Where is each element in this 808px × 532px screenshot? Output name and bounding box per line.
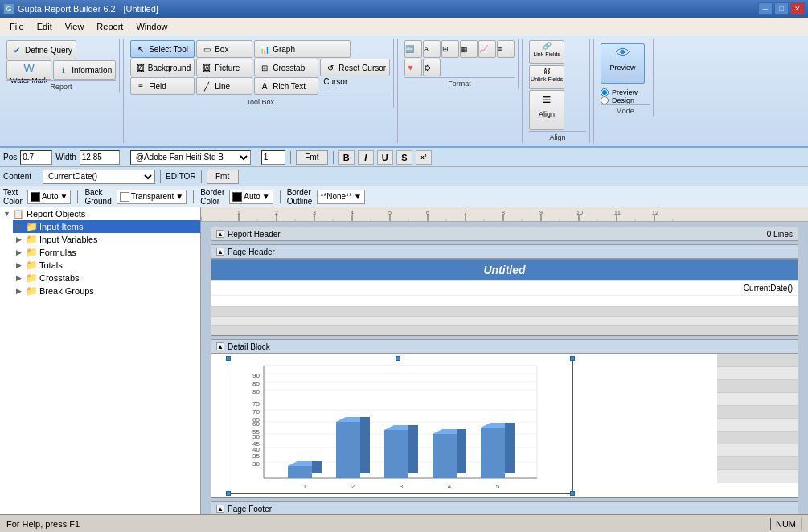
information-button[interactable]: ℹ Information [53,60,116,80]
format-icon-6[interactable]: ≡ [497,40,515,58]
line-button[interactable]: ╱ Line [196,77,252,95]
font-name-select[interactable]: @Adobe Fan Heiti Std B [130,150,251,165]
font-size-input[interactable] [261,150,285,165]
border-outline-selector[interactable]: **None** ▼ [317,190,364,204]
ribbon-group-mode: 👁 Preview Preview Design Mode [597,39,654,117]
format-icon-3[interactable]: ⊞ [441,40,459,58]
svg-rect-72 [433,434,457,478]
design-radio[interactable] [601,96,609,104]
report-header-collapse[interactable]: ▲ [216,230,224,238]
box-button[interactable]: ▭ Box [196,40,252,58]
svg-rect-63 [288,466,312,478]
maximize-button[interactable]: □ [774,2,789,15]
totals-arrow: ▶ [16,261,26,269]
border-color-selector[interactable]: Auto ▼ [229,190,273,204]
canvas-scroll[interactable]: ▲ Report Header 0 Lines ▲ Page Header [201,222,808,514]
handle-br[interactable] [570,491,575,496]
border-outline-label: BorderOutline [287,188,313,206]
define-query-button[interactable]: ✔ Define Query [6,40,76,59]
handle-tm[interactable] [396,356,400,361]
sidebar-item-totals[interactable]: ▶ 📁 Totals [13,259,200,272]
format-group-label: Format [404,77,515,88]
handle-tl[interactable] [226,356,231,361]
handle-bl[interactable] [226,491,231,496]
rich-text-button[interactable]: A Rich Text [254,77,318,95]
sidebar-item-formulas[interactable]: ▶ 📁 Formulas [13,246,200,259]
superscript-button[interactable]: x² [416,150,432,165]
reset-cursor-button[interactable]: ↺ Reset Cursor [320,59,390,76]
title-bar-text: Gupta Report Builder 6.2 - [Untitled] [18,4,158,14]
page-header-collapse[interactable]: ▲ [216,248,224,256]
sidebar-item-input-items[interactable]: ▶ 📁 Input Items [13,220,200,233]
align-button[interactable]: ≡ Align [529,90,564,130]
picture-button[interactable]: 🖼 Picture [196,59,252,76]
menu-report[interactable]: Report [90,20,129,33]
text-color-selector[interactable]: Auto ▼ [27,190,71,204]
crosstabs-icon: 📁 [26,272,37,284]
svg-text:10: 10 [576,210,583,215]
align-row: 🔗 Link Fields ⛓ Unlink Fields [529,40,586,89]
sidebar-item-input-variables[interactable]: ▶ 📁 Input Variables [13,233,200,246]
svg-text:35: 35 [252,452,260,460]
chart-selection-box[interactable]: 90 85 80 75 70 65 [228,358,573,494]
title-bar-controls: ─ □ ✕ [758,2,805,15]
minimize-button[interactable]: ─ [758,2,773,15]
format-icon-1[interactable]: 🔤 [404,40,422,58]
underline-button[interactable]: U [377,150,393,165]
menu-file[interactable]: File [3,20,31,33]
strikethrough-button[interactable]: S [396,150,412,165]
report-header-lines: 0 Lines [767,230,793,239]
watermark-button[interactable]: W Water Mark [6,60,51,80]
mode-group-label: Mode [601,104,650,115]
sidebar-item-break-groups[interactable]: ▶ 📁 Break Groups [13,284,200,297]
toolbox-group-label: Tool Box [130,96,390,106]
main-container: G Gupta Report Builder 6.2 - [Untitled] … [0,0,808,532]
content-select[interactable]: CurrentDate() [43,170,155,184]
help-text: For Help, press F1 [6,519,80,529]
background-color-selector[interactable]: Transparent ▼ [117,190,187,204]
title-bar-left: G Gupta Report Builder 6.2 - [Untitled] [3,3,158,14]
design-radio-label: Design [612,96,634,104]
link-fields-button[interactable]: 🔗 Link Fields [529,40,564,64]
italic-button[interactable]: I [358,150,374,165]
close-button[interactable]: ✕ [790,2,805,15]
link-fields-icon: 🔗 [543,42,552,50]
sidebar-root[interactable]: ▼ 📋 Report Objects [0,207,200,220]
fmt-button[interactable]: Fmt [296,150,328,165]
format-icon-4[interactable]: ▦ [460,40,478,58]
graph-button[interactable]: 📊 Graph [254,40,351,58]
select-tool-button[interactable]: ↖ Select Tool [130,40,195,58]
detail-block-collapse[interactable]: ▲ [216,342,224,350]
crosstab-button[interactable]: ⊞ Crosstab [254,59,318,76]
border-outline-value: **None** [320,192,351,201]
pos-input[interactable] [20,150,52,165]
field-button[interactable]: ≡ Field [130,77,195,95]
format-icon-7[interactable]: 🔻 [404,59,422,76]
svg-text:85: 85 [252,380,260,387]
background-button[interactable]: 🖼 Background [130,59,195,76]
sidebar-item-crosstabs[interactable]: ▶ 📁 Crosstabs [13,272,200,284]
select-tool-icon: ↖ [134,43,147,55]
unlink-fields-button[interactable]: ⛓ Unlink Fields [529,65,564,89]
menu-edit[interactable]: Edit [31,20,59,33]
break-groups-label: Break Groups [39,286,94,296]
format-row-1: 🔤 A ⊞ ▦ 📈 ≡ [404,40,515,58]
page-footer-collapse[interactable]: ▲ [216,505,224,513]
fmt-btn-2[interactable]: Fmt [207,170,239,184]
svg-text:2: 2 [351,483,355,490]
menu-window[interactable]: Window [129,20,174,33]
preview-button[interactable]: 👁 Preview [601,43,645,84]
format-icon-5[interactable]: 📈 [478,40,496,58]
handle-tr[interactable] [570,356,575,361]
format-icon-8[interactable]: ⚙ [423,59,441,76]
width-input[interactable] [80,150,120,165]
preview-radio[interactable] [601,88,609,96]
format-icon-2[interactable]: A [423,40,441,58]
toolbar-sep-5 [160,170,161,183]
ribbon-divider-2 [397,39,398,143]
bold-button[interactable]: B [338,150,355,165]
menu-view[interactable]: View [59,20,91,33]
toolbar-sep-4 [333,151,334,164]
root-arrow: ▼ [3,210,13,218]
ribbon-divider-1 [123,39,124,143]
